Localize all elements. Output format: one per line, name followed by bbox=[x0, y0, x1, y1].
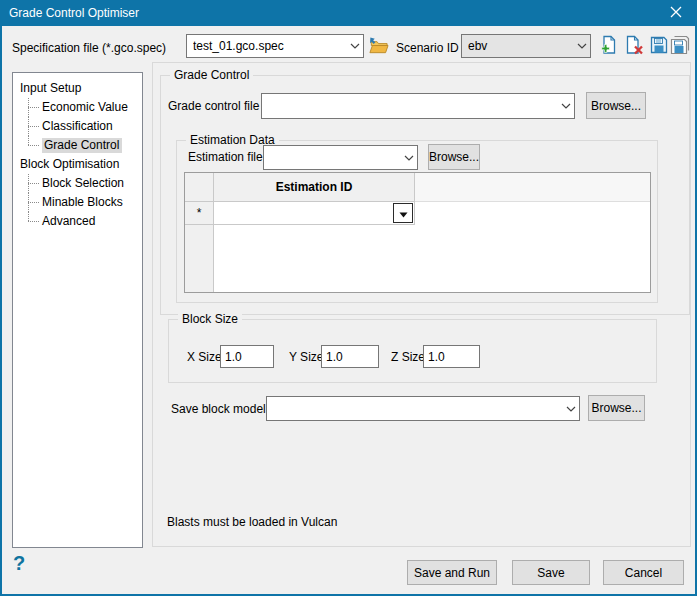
z-size-label: Z Size bbox=[391, 350, 425, 364]
grade-control-file-label: Grade control file bbox=[168, 99, 259, 113]
tree-item-economic-value[interactable]: Economic Value bbox=[13, 98, 142, 117]
tree-item-minable-blocks[interactable]: Minable Blocks bbox=[13, 193, 142, 212]
table-row-cell-estimation-id[interactable] bbox=[214, 202, 415, 225]
close-icon bbox=[670, 4, 682, 22]
save-block-model-input[interactable] bbox=[267, 402, 562, 416]
estimation-table: Estimation ID * bbox=[184, 172, 651, 293]
dialog-client-area: Specification file (*.gco.spec) Scenario… bbox=[2, 26, 695, 594]
estimation-file-label: Estimation file bbox=[188, 150, 263, 164]
new-scenario-icon[interactable] bbox=[597, 34, 618, 55]
help-icon[interactable]: ? bbox=[13, 553, 25, 573]
y-size-label: Y Size bbox=[289, 350, 323, 364]
x-size-input[interactable] bbox=[220, 345, 274, 368]
table-corner-cell bbox=[185, 173, 214, 202]
save-button[interactable]: Save bbox=[512, 560, 590, 585]
save-block-model-combobox[interactable] bbox=[266, 396, 580, 421]
save-block-model-label: Save block model bbox=[171, 402, 266, 416]
grade-control-file-combobox[interactable] bbox=[261, 93, 575, 119]
cell-dropdown-button[interactable] bbox=[393, 203, 413, 223]
save-as-icon[interactable] bbox=[669, 34, 690, 55]
chevron-down-icon[interactable] bbox=[557, 94, 574, 118]
chevron-down-icon[interactable] bbox=[346, 35, 363, 57]
table-new-row-marker[interactable]: * bbox=[185, 202, 214, 225]
save-and-run-button[interactable]: Save and Run bbox=[407, 560, 497, 585]
selected-tree-item: Grade Control bbox=[42, 138, 122, 153]
specification-file-input[interactable] bbox=[187, 39, 346, 53]
z-size-input[interactable] bbox=[423, 345, 480, 368]
grade-control-optimiser-dialog: Grade Control Optimiser Specification fi… bbox=[0, 0, 697, 596]
tree-item-block-selection[interactable]: Block Selection bbox=[13, 174, 142, 193]
save-icon[interactable] bbox=[648, 34, 669, 55]
open-folder-icon[interactable] bbox=[368, 35, 389, 56]
scenario-id-combobox[interactable] bbox=[461, 34, 591, 58]
grade-control-file-input[interactable] bbox=[262, 99, 557, 113]
estimation-file-input[interactable] bbox=[264, 151, 400, 165]
x-size-label: X Size bbox=[187, 350, 222, 364]
tree-item-block-optimisation[interactable]: Block Optimisation bbox=[13, 155, 142, 174]
estimation-file-browse-button[interactable]: Browse... bbox=[428, 144, 480, 170]
title-bar[interactable]: Grade Control Optimiser bbox=[0, 0, 697, 26]
tree-item-advanced[interactable]: Advanced bbox=[13, 212, 142, 231]
specification-file-label: Specification file (*.gco.spec) bbox=[12, 41, 166, 55]
dropdown-arrow-icon bbox=[399, 204, 408, 222]
close-button[interactable] bbox=[660, 2, 692, 24]
cancel-button[interactable]: Cancel bbox=[603, 560, 684, 585]
tree-item-classification[interactable]: Classification bbox=[13, 117, 142, 136]
scenario-id-input[interactable] bbox=[462, 39, 573, 53]
delete-scenario-icon[interactable] bbox=[623, 34, 644, 55]
window-title: Grade Control Optimiser bbox=[0, 6, 139, 20]
chevron-down-icon[interactable] bbox=[400, 146, 417, 169]
y-size-input[interactable] bbox=[321, 345, 379, 368]
estimation-file-combobox[interactable] bbox=[263, 145, 418, 170]
chevron-down-icon[interactable] bbox=[562, 397, 579, 420]
block-size-group-title: Block Size bbox=[178, 312, 242, 327]
chevron-down-icon[interactable] bbox=[573, 35, 590, 57]
table-column-header-estimation-id: Estimation ID bbox=[214, 173, 415, 202]
specification-file-combobox[interactable] bbox=[186, 34, 364, 58]
grade-control-file-browse-button[interactable]: Browse... bbox=[586, 92, 646, 119]
tree-item-input-setup[interactable]: Input Setup bbox=[13, 79, 142, 98]
scenario-id-label: Scenario ID bbox=[396, 41, 459, 55]
navigation-tree: Input Setup Economic Value Classificatio… bbox=[12, 72, 143, 548]
vulcan-note-text: Blasts must be loaded in Vulcan bbox=[167, 515, 337, 529]
grade-control-group-title: Grade Control bbox=[170, 68, 253, 83]
tree-item-grade-control[interactable]: Grade Control bbox=[13, 136, 142, 155]
save-block-model-browse-button[interactable]: Browse... bbox=[588, 395, 645, 421]
